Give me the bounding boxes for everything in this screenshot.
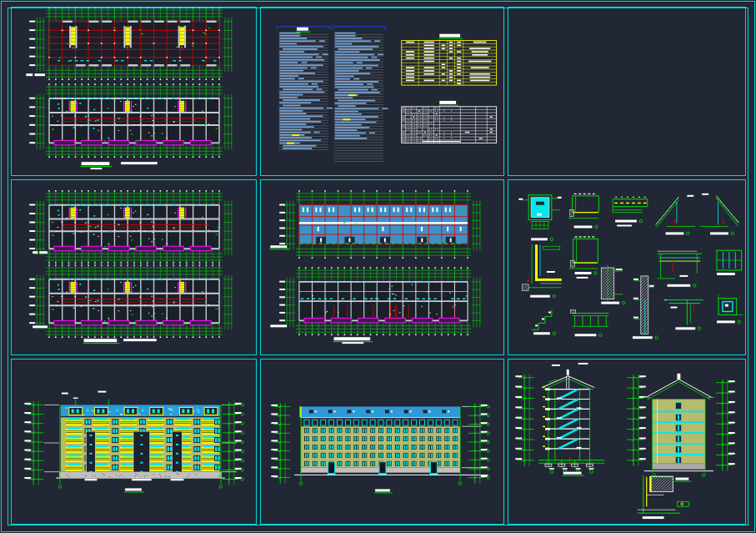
drawing-blob [270,324,287,327]
drawing-blob [296,28,311,32]
drawing-dims [627,375,646,466]
drawing-micro-hatchB [601,264,623,303]
drawing-plan-roof [279,190,481,259]
drawing-blob [374,489,393,492]
drawing-blob [269,245,289,249]
drawing-micro-sqcyan [718,294,743,315]
drawing-elevR [294,406,488,485]
drawing-dims [271,403,290,483]
drawing-blob [717,273,735,275]
drawing-blob [91,168,103,169]
drawing-blob [615,219,642,223]
drawing-blob [62,393,68,395]
drawing-table [402,41,497,85]
drawing-blob [333,337,373,341]
drawing-micro-slab2 [613,197,648,213]
drawing-blob [33,325,48,328]
drawing-dims [24,401,43,485]
drawing-blob [124,488,144,491]
panel-rear-elevation[interactable] [260,359,504,525]
drawing-gable [643,374,714,477]
drawing-blob [531,238,553,241]
drawing-blob [575,272,598,275]
drawing-blob [121,162,158,164]
drawing-blob [574,225,598,229]
panel-roof-and-floor-plan[interactable] [260,179,504,355]
drawing-blob [81,162,113,166]
drawing-elevF [44,398,237,489]
cad-drawing-sheet [0,0,756,533]
drawing-blob [123,339,157,341]
drawing-plan-gray [29,190,233,264]
drawing-micro-shaftbox [518,195,562,229]
drawing-blob [530,294,556,298]
drawing-micro-postslab [571,310,609,327]
drawing-blob [438,101,458,105]
panel-empty[interactable] [508,7,746,176]
drawing-plan-red [29,7,233,80]
panel-front-elevation[interactable] [11,359,257,525]
drawing-blob [710,232,734,235]
drawing-micro-hatchV [633,276,654,334]
drawing-blob [643,516,664,519]
drawing-blob [601,301,625,304]
drawing-blob [342,342,363,344]
drawing-blob [666,232,690,235]
drawing-dims [515,375,534,466]
drawing-micro-cornerY [522,244,562,290]
drawing-plan-light [279,267,481,335]
drawing-blob [668,284,696,288]
drawing-blob [717,320,741,324]
drawing-dims [468,403,489,483]
drawing-blob [83,339,120,343]
drawing-blob [578,363,588,365]
drawing-blob [674,478,691,481]
panel-sections-and-gable[interactable] [508,359,746,525]
drawing-dims [716,380,735,471]
drawing-blob [438,34,463,38]
drawing-micro-slopeR [700,194,739,227]
panel-construction-details[interactable] [508,179,746,355]
drawing-micro-slopeL [656,195,696,229]
drawing-blob [633,336,658,339]
drawing-micro-lslab [664,300,704,325]
drawing-section [538,370,604,474]
panel-floor-plans-2[interactable] [11,179,257,355]
drawing-blob [33,251,48,254]
drawing-blob [575,334,602,337]
drawing-blob [577,277,588,279]
drawing-micro-rail [568,194,599,219]
drawing-micro-rail [569,236,598,269]
panel-notes-and-schedules[interactable] [260,7,504,176]
drawing-blob [552,365,560,366]
drawing-blob [617,224,632,226]
drawing-table [402,107,497,143]
drawing-notes [277,27,333,150]
drawing-micro-raildet [638,475,688,514]
drawing-notes [333,27,388,162]
drawing-blob [675,327,701,330]
drawing-micro-steps [532,310,552,330]
drawing-dims [223,401,243,485]
drawing-blob [533,332,556,335]
drawing-plan-gray [29,264,233,338]
drawing-micro-wingrid [717,250,742,270]
drawing-micro-slab [658,251,702,279]
drawing-plan-gray [29,83,233,158]
panel-floor-plans-1[interactable] [11,7,257,176]
drawing-blob [26,73,45,76]
drawing-blob [98,391,106,393]
drawing-blob [563,472,584,475]
